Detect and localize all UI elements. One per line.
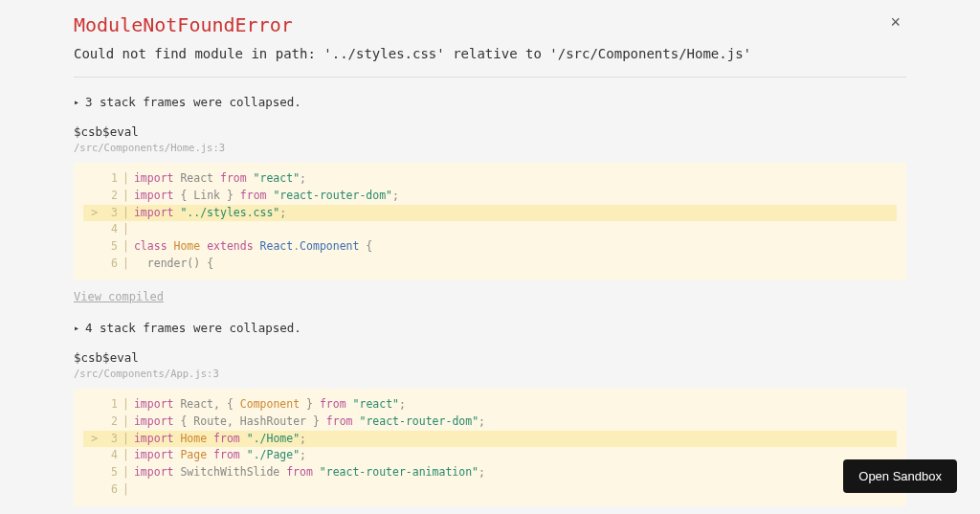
stack-frames: 3 stack frames were collapsed.$csb$eval/… xyxy=(74,95,906,514)
close-button[interactable]: × xyxy=(884,13,906,31)
code-line: 1|import React, { Component } from "reac… xyxy=(83,396,897,413)
divider xyxy=(74,77,906,78)
collapse-toggle[interactable]: 3 stack frames were collapsed. xyxy=(74,95,906,109)
error-title: ModuleNotFoundError xyxy=(74,13,751,36)
code-block: 1|import React from "react"; 2|import { … xyxy=(74,163,906,280)
view-compiled-link[interactable]: View compiled xyxy=(74,290,906,303)
frame-label: $csb$eval xyxy=(74,124,906,139)
code-line: 5|class Home extends React.Component { xyxy=(83,238,897,256)
open-sandbox-button[interactable]: Open Sandbox xyxy=(843,459,957,493)
code-block: 1|import React, { Component } from "reac… xyxy=(74,389,906,506)
code-line: 2|import { Link } from "react-router-dom… xyxy=(83,188,897,205)
code-line: 4|import Page from "./Page"; xyxy=(83,447,897,464)
error-message: Could not find module in path: '../style… xyxy=(74,46,751,61)
header: ModuleNotFoundError Could not find modul… xyxy=(74,13,906,77)
frame-path: /src/Components/App.js:3 xyxy=(74,368,906,379)
header-left: ModuleNotFoundError Could not find modul… xyxy=(74,13,751,77)
code-line: 1|import React from "react"; xyxy=(83,170,897,188)
code-line: 2|import { Route, HashRouter } from "rea… xyxy=(83,413,897,431)
code-line: 6| xyxy=(83,481,897,499)
frame-path: /src/Components/Home.js:3 xyxy=(74,142,906,153)
code-line: > 3|import Home from "./Home"; xyxy=(83,431,897,448)
error-overlay: ModuleNotFoundError Could not find modul… xyxy=(74,0,906,514)
frame-label: $csb$eval xyxy=(74,350,906,365)
code-line: 6| render() { xyxy=(83,256,897,273)
collapse-toggle[interactable]: 4 stack frames were collapsed. xyxy=(74,321,906,335)
code-line: 5|import SwitchWithSlide from "react-rou… xyxy=(83,464,897,481)
code-line: 4| xyxy=(83,221,897,238)
code-line: > 3|import "../styles.css"; xyxy=(83,205,897,222)
